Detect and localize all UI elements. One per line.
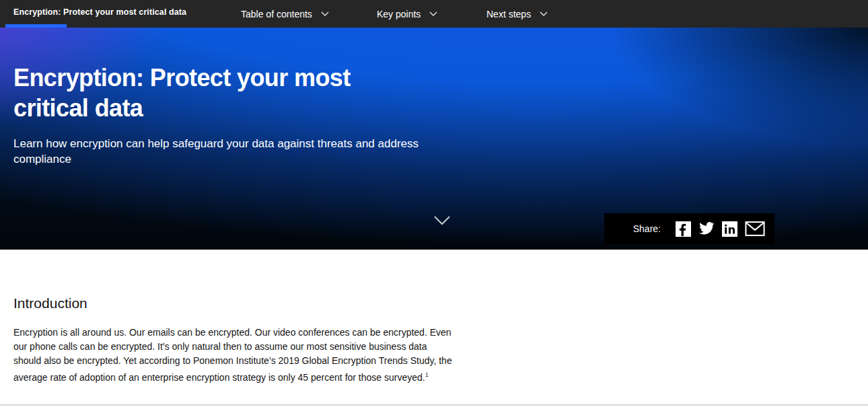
page: Encryption: Protect your most critical d…	[0, 0, 868, 407]
section-divider	[0, 404, 868, 406]
chevron-down-icon	[540, 11, 548, 16]
nav-item-label: Key points	[377, 9, 421, 20]
chevron-down-icon	[321, 11, 329, 16]
hero-banner: Encryption: Protect your most critical d…	[0, 28, 868, 250]
facebook-icon[interactable]	[676, 221, 691, 237]
scroll-down-chevron-icon[interactable]	[433, 213, 451, 229]
twitter-icon[interactable]	[698, 222, 715, 235]
hero-subheading: Learn how encryption can help safeguard …	[13, 136, 431, 167]
intro-paragraph: Encryption is all around us. Our emails …	[13, 326, 454, 385]
linkedin-icon[interactable]	[722, 221, 737, 237]
intro-section: Introduction Encryption is all around us…	[0, 250, 868, 407]
footnote-reference[interactable]: 1	[425, 371, 429, 378]
share-label: Share:	[633, 223, 661, 234]
nav-item-table-of-contents[interactable]: Table of contents	[241, 0, 329, 28]
nav-page-title: Encryption: Protect your most critical d…	[13, 0, 186, 24]
nav-item-label: Next steps	[486, 9, 531, 20]
nav-item-label: Table of contents	[241, 9, 312, 20]
nav-item-next-steps[interactable]: Next steps	[486, 0, 548, 28]
top-navigation-bar: Encryption: Protect your most critical d…	[0, 0, 868, 28]
intro-paragraph-text: Encryption is all around us. Our emails …	[13, 327, 452, 383]
chevron-down-icon	[429, 11, 437, 16]
nav-item-key-points[interactable]: Key points	[377, 0, 437, 28]
intro-heading: Introduction	[13, 295, 87, 311]
hero-heading: Encryption: Protect your most critical d…	[13, 63, 431, 123]
share-bar: Share:	[604, 213, 774, 244]
email-icon[interactable]	[745, 221, 765, 236]
